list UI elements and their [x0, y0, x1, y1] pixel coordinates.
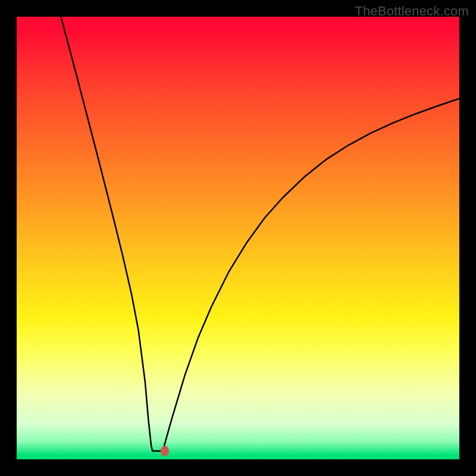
chart-plot-area	[17, 17, 459, 459]
watermark-label: TheBottleneck.com	[355, 4, 469, 19]
minimum-marker-icon	[161, 446, 169, 456]
chart-frame: TheBottleneck.com	[0, 0, 476, 476]
bottleneck-curve	[17, 17, 459, 459]
